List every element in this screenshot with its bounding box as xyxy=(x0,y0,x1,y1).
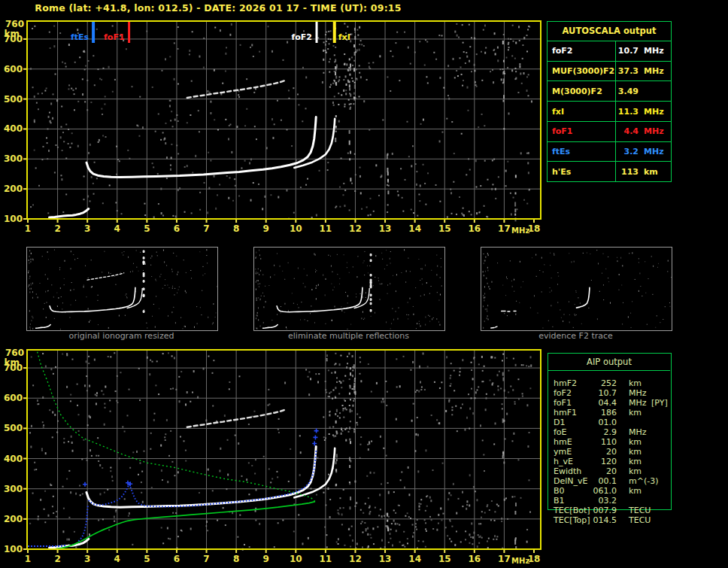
f-trace-ordinary xyxy=(86,447,316,508)
x-tick-label: 17 xyxy=(498,223,511,234)
noise-layer xyxy=(29,352,532,551)
autoscala-scaled-trace xyxy=(28,429,319,546)
autoscala-row-fxI: fxI11.3MHz xyxy=(548,102,671,122)
aip-row-B1: B103.2 xyxy=(548,496,720,506)
parameter-unit: km xyxy=(629,466,648,476)
y-tick-label: 100 xyxy=(4,214,23,224)
scaled-plus-mark xyxy=(314,429,319,433)
parameter-value: 10.7MHz xyxy=(616,41,671,61)
parameter-value: 00.1 xyxy=(591,476,617,486)
parameter-label: hmF1 xyxy=(554,408,591,418)
mini-fragment xyxy=(491,327,494,328)
x-tick-label: 6 xyxy=(174,554,180,564)
y-axis-unit: km xyxy=(5,357,20,368)
y-tick-label: 400 xyxy=(4,123,23,134)
parameter-value: 3.2MHz xyxy=(616,142,671,162)
parameter-value: 03.2 xyxy=(591,496,617,506)
parameter-label: hmF2 xyxy=(554,378,591,388)
x-tick-label: 13 xyxy=(379,554,392,564)
mini-fragment xyxy=(496,327,497,327)
parameter-value: 186 xyxy=(591,408,617,418)
parameter-label: fxI xyxy=(548,102,616,121)
autoscala-row-foF2: foF210.7MHz xyxy=(548,41,671,62)
parameter-label: B0 xyxy=(554,486,591,496)
aip-row-foE: foE2.9MHz xyxy=(548,427,720,437)
thumbnail-evidence-f2-image xyxy=(481,248,672,330)
x-tick-label: 16 xyxy=(468,223,481,234)
y-tick-label: 760 xyxy=(5,348,24,358)
y-tick-label: 100 xyxy=(4,544,23,554)
parameter-value: 061.0 xyxy=(591,486,617,496)
parameter-label: foF1 xyxy=(548,122,616,141)
aip-table-rows: hmF2252kmfoF210.7MHzfoF104.4MHz[PY]hmF11… xyxy=(548,378,720,525)
x-tick-label: 6 xyxy=(174,223,180,234)
parameter-value: 04.4 xyxy=(591,398,617,408)
x-tick-label: 11 xyxy=(320,554,332,564)
parameter-unit xyxy=(629,496,648,506)
profile-topside xyxy=(37,350,315,502)
x-tick-label: 10 xyxy=(290,554,302,564)
x-tick-label: 9 xyxy=(263,223,269,234)
scaled-cusp xyxy=(78,505,88,542)
parameter-unit xyxy=(629,418,648,427)
scaled-plus-mark xyxy=(312,442,317,446)
parameter-value: 37.3MHz xyxy=(616,62,671,81)
x-tick-label: 3 xyxy=(84,554,90,564)
parameter-label: ftEs xyxy=(548,142,616,162)
parameter-label: D1 xyxy=(554,418,591,427)
x-tick-label: 11 xyxy=(320,223,332,234)
x-tick-label: 7 xyxy=(203,554,209,564)
x-tick-label: 4 xyxy=(114,223,120,234)
parameter-unit: km xyxy=(629,457,648,466)
ionogram-traces xyxy=(50,410,335,548)
x-tick-label: 17 xyxy=(498,554,511,564)
mini-traces xyxy=(263,254,372,329)
aip-row-hmF1: hmF1186km xyxy=(548,408,720,418)
aip-row-foF2: foF210.7MHz xyxy=(548,388,720,398)
parameter-value: 014.5 xyxy=(591,515,617,525)
scaled-plus-mark xyxy=(313,435,317,439)
x-tick-label: 14 xyxy=(408,554,421,564)
parameter-value: 007.9 xyxy=(591,506,617,515)
x-tick-label: 3 xyxy=(84,223,90,234)
thumbnail-caption-eliminate: eliminate multiple reflections xyxy=(253,331,444,341)
mini-second-hop xyxy=(87,273,124,280)
aip-row-hmF2: hmF2252km xyxy=(548,378,720,388)
grid xyxy=(27,21,541,219)
x-tick-label: 14 xyxy=(408,223,421,234)
parameter-value: 120 xyxy=(591,457,617,466)
parameter-label: M(3000)F2 xyxy=(548,81,616,101)
parameter-unit: MHz xyxy=(629,427,648,437)
thumbnail-original-ionogram-image xyxy=(27,248,217,330)
parameter-value: 252 xyxy=(591,378,617,388)
aip-table-title: AIP output xyxy=(548,354,670,371)
x-tick-label: 1 xyxy=(25,554,31,564)
mini-f-trace-o xyxy=(50,287,135,311)
autoscala-table-rows: foF210.7MHzMUF(3000)F237.3MHzM(3000)F23.… xyxy=(548,41,671,181)
autoscala-screen: Rome (lat: +41.8, lon: 012.5) - DATE: 20… xyxy=(0,0,728,568)
aip-row-TEC[Top]: TEC[Top]014.5TECU xyxy=(548,515,720,525)
parameter-label: Ewidth xyxy=(554,466,591,476)
parameter-unit: TECU xyxy=(629,515,648,525)
parameter-value: 113km xyxy=(616,162,671,181)
x-tick-label: 15 xyxy=(438,223,451,234)
parameter-value: 01.0 xyxy=(591,418,617,427)
parameter-unit: m^(-3) xyxy=(629,476,648,486)
marker-label-ftEs: ftEs xyxy=(71,32,89,42)
y-tick-label: 400 xyxy=(4,454,23,464)
thumbnail-eliminate-reflections xyxy=(253,247,445,331)
x-tick-label: 10 xyxy=(290,223,302,234)
thumbnail-evidence-f2 xyxy=(481,247,672,331)
y-tick-label: 300 xyxy=(4,484,23,494)
x-tick-label: 4 xyxy=(114,554,120,564)
noise-layer xyxy=(28,249,217,330)
parameter-label: MUF(3000)F2 xyxy=(548,62,616,81)
x-axis-unit: MHz xyxy=(511,557,529,565)
aip-row-foF1: foF104.4MHz[PY] xyxy=(548,398,720,408)
y-tick-label: 600 xyxy=(4,64,23,74)
es-trace xyxy=(50,209,89,218)
parameter-label: DelN_vE xyxy=(554,476,591,486)
axes: 123456789101112131415161718MHz1002003004… xyxy=(4,348,540,565)
top-ionogram-plot: 123456789101112131415161718MHz1002003004… xyxy=(0,12,544,239)
thumbnail-original-ionogram xyxy=(26,247,218,331)
